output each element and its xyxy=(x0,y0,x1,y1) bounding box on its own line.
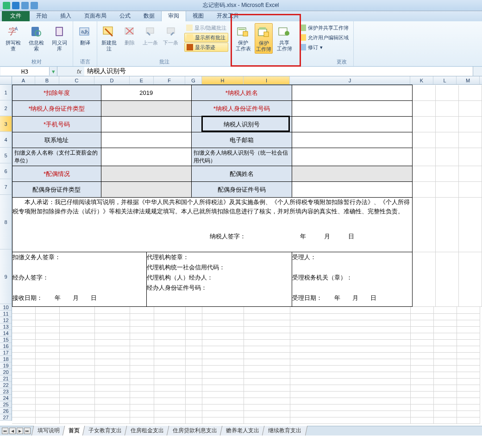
col-K[interactable]: K xyxy=(410,76,433,84)
cell-label[interactable]: 电子邮箱 xyxy=(191,132,292,148)
row-10[interactable]: 10 xyxy=(0,304,12,311)
cell-label[interactable]: 扣缴义务人纳税人识别号（统一社会信用代码） xyxy=(191,148,292,166)
cell-value[interactable] xyxy=(292,132,413,148)
cell-label[interactable]: 配偶姓名 xyxy=(191,166,292,182)
col-G[interactable]: G xyxy=(185,76,202,84)
row-11[interactable]: 11 xyxy=(0,311,12,317)
row-23[interactable]: 23 xyxy=(0,388,12,395)
show-ink-button[interactable]: 显示墨迹 xyxy=(184,43,228,52)
col-H[interactable]: H xyxy=(202,76,244,84)
col-J[interactable]: J xyxy=(290,76,410,84)
share-workbook-button[interactable]: 共享 工作簿 xyxy=(275,23,293,53)
formula-bar[interactable]: 纳税人识别号 xyxy=(84,67,473,76)
sheet-first-button[interactable]: ⏮ xyxy=(2,428,8,434)
cell-label[interactable]: 扣缴义务人名称（支付工资薪金的单位） xyxy=(13,148,101,166)
cell-label[interactable]: *扣除年度 xyxy=(13,85,101,101)
row-20[interactable]: 20 xyxy=(0,369,12,375)
name-box[interactable]: H3 xyxy=(0,67,50,75)
row-1[interactable]: 1 xyxy=(0,85,12,100)
sheet-tab[interactable]: 赡养老人支出 xyxy=(220,426,266,436)
tab-pagelayout[interactable]: 页面布局 xyxy=(78,11,113,21)
cell-label[interactable]: 配偶身份证件号码 xyxy=(191,182,292,198)
row-18[interactable]: 18 xyxy=(0,356,12,362)
show-all-comments-button[interactable]: 显示所有批注 xyxy=(184,33,228,42)
sheet-next-button[interactable]: ▶ xyxy=(17,428,23,434)
signature-cell-3[interactable]: 受理人： 受理税务机关（章）： 受理日期： 年 月 日 xyxy=(292,252,413,307)
col-F[interactable]: F xyxy=(154,76,185,84)
signature-cell-2[interactable]: 代理机构签章： 代理机构统一社会信用代码： 代理机构（人）经办人： 经办人身份证… xyxy=(146,252,292,307)
show-hide-comment-button[interactable]: 显示/隐藏批注 xyxy=(184,23,228,32)
row-24[interactable]: 24 xyxy=(0,395,12,401)
sheet-last-button[interactable]: ⏭ xyxy=(24,428,31,434)
declaration-cell[interactable]: 本人承诺：我已仔细阅读填写说明，并根据《中华人民共和国个人所得税法》及其实施条例… xyxy=(13,198,413,252)
col-D[interactable]: D xyxy=(94,76,130,84)
delete-comment-button[interactable]: 删除 xyxy=(120,23,138,47)
row-3[interactable]: 3 xyxy=(0,116,12,132)
tab-developer[interactable]: 开发工具 xyxy=(210,11,245,21)
row-4[interactable]: 4 xyxy=(0,132,12,148)
signature-cell-1[interactable]: 扣缴义务人签章： 经办人签字： 接收日期： 年 月 日 xyxy=(13,252,147,307)
sheet-tab[interactable]: 住房贷款利息支出 xyxy=(167,426,224,436)
sheet-tab[interactable]: 子女教育支出 xyxy=(82,426,128,436)
fx-icon[interactable]: fx xyxy=(77,68,81,75)
col-C[interactable]: C xyxy=(59,76,94,84)
cell-value[interactable]: 2019 xyxy=(101,85,191,101)
namebox-dropdown[interactable]: ▾ xyxy=(50,67,57,76)
cell-label[interactable]: 联系地址 xyxy=(13,132,101,148)
cell-value[interactable] xyxy=(292,166,413,182)
formula-expand-button[interactable] xyxy=(473,67,482,76)
row-15[interactable]: 15 xyxy=(0,336,12,343)
row-8[interactable]: 8 xyxy=(0,195,12,249)
cell-label[interactable]: *纳税人姓名 xyxy=(191,85,292,101)
tab-formulas[interactable]: 公式 xyxy=(113,11,137,21)
col-M[interactable]: M xyxy=(457,76,480,84)
sheet-prev-button[interactable]: ◀ xyxy=(9,428,16,434)
tab-review[interactable]: 审阅 xyxy=(161,10,186,21)
cell-value[interactable] xyxy=(292,85,413,101)
cell-label[interactable]: *纳税人身份证件类型 xyxy=(13,101,101,117)
spellcheck-button[interactable]: 字A 拼写检查 xyxy=(3,23,23,53)
row-14[interactable]: 14 xyxy=(0,330,12,336)
next-comment-button[interactable]: 下一条 xyxy=(162,23,179,47)
col-I[interactable]: I xyxy=(244,76,290,84)
row-13[interactable]: 13 xyxy=(0,324,12,330)
col-A[interactable]: A xyxy=(12,76,35,84)
row-27[interactable]: 27 xyxy=(0,414,12,421)
thesaurus-button[interactable]: 同义词库 xyxy=(49,23,69,53)
row-17[interactable]: 17 xyxy=(0,349,12,356)
cell-value[interactable] xyxy=(292,117,413,132)
cell-value[interactable] xyxy=(101,132,191,148)
cell-value[interactable] xyxy=(101,101,191,117)
sheet-tab[interactable]: 继续教育支出 xyxy=(262,426,308,436)
save-icon[interactable] xyxy=(12,2,19,9)
tab-view[interactable]: 视图 xyxy=(186,11,210,21)
research-button[interactable]: 信息检索 xyxy=(26,23,46,53)
row-12[interactable]: 12 xyxy=(0,317,12,324)
spreadsheet-grid[interactable]: A B C D E F G H I J K L M 12345678910111… xyxy=(0,76,482,436)
row-26[interactable]: 26 xyxy=(0,408,12,414)
row-19[interactable]: 19 xyxy=(0,362,12,369)
undo-icon[interactable] xyxy=(21,2,29,9)
tab-home[interactable]: 开始 xyxy=(30,11,54,21)
tab-insert[interactable]: 插入 xyxy=(54,11,78,21)
cell-value[interactable] xyxy=(101,166,191,182)
cell-value[interactable] xyxy=(292,182,413,198)
row-5[interactable]: 5 xyxy=(0,148,12,163)
col-L[interactable]: L xyxy=(433,76,457,84)
redo-icon[interactable] xyxy=(31,2,38,9)
tab-data[interactable]: 数据 xyxy=(137,11,161,21)
cell-value[interactable] xyxy=(101,117,191,132)
cell-value[interactable] xyxy=(292,101,413,117)
col-B[interactable]: B xyxy=(35,76,59,84)
row-16[interactable]: 16 xyxy=(0,343,12,349)
cell-value[interactable] xyxy=(101,148,191,166)
translate-button[interactable]: aあ 翻译 xyxy=(76,23,94,47)
protect-share-button[interactable]: 保护并共享工作簿 xyxy=(298,23,351,32)
row-2[interactable]: 2 xyxy=(0,100,12,116)
protect-workbook-button[interactable]: 保护 工作簿 xyxy=(255,23,273,54)
row-7[interactable]: 7 xyxy=(0,179,12,195)
protect-sheet-button[interactable]: 保护 工作表 xyxy=(234,23,252,53)
prev-comment-button[interactable]: 上一条 xyxy=(141,23,159,47)
select-all-corner[interactable] xyxy=(0,76,12,84)
cells-area[interactable]: *扣除年度 2019 *纳税人姓名 *纳税人身份证件类型 *纳税人身份证件号码 … xyxy=(12,85,482,424)
